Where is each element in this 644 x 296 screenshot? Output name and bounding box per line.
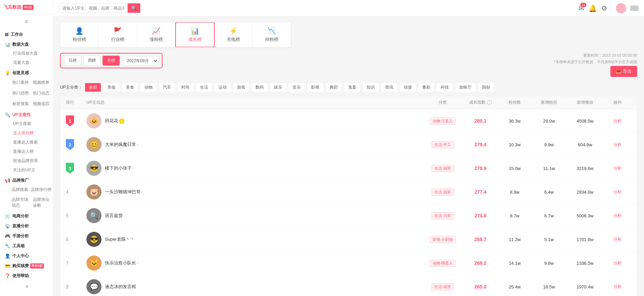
cat-btn-car[interactable]: 汽车 [159, 83, 175, 92]
rank-badge-1: 1 [66, 115, 74, 126]
filter-weekly[interactable]: 周榜 [83, 56, 100, 66]
up-name: 谣言鉴货 [105, 213, 123, 219]
search-button[interactable]: 🔍 [128, 3, 140, 13]
tab-industry[interactable]: 🚩 行业榜 [99, 22, 137, 47]
sidebar-item-hotdynamic[interactable]: 热门动态 [31, 89, 51, 98]
cat-btn-beauty[interactable]: 美妆 [104, 83, 119, 92]
sidebar-item-hotvideo[interactable]: 视频榜单 [31, 78, 51, 87]
cat-btn-anime[interactable]: 动漫 [400, 83, 416, 92]
cat-btn-games[interactable]: 游戏 [233, 83, 249, 92]
sidebar-item-creative-label: 创意灵感 [12, 70, 29, 76]
tab-charge[interactable]: ⚡ 充电榜 [214, 22, 253, 47]
sidebar-item-help[interactable]: ❓ 使用帮助 [0, 270, 53, 280]
sidebar-item-purchase[interactable]: 💳 购买续费 年付6折 [0, 260, 53, 270]
cat-btn-knowledge[interactable]: 知识 [363, 83, 379, 92]
tab-growth[interactable]: 📊 成长榜 [175, 22, 215, 47]
sidebar-item-brandmarket[interactable]: 品牌市场动态 [10, 195, 32, 210]
cat-btn-music[interactable]: 音乐 [289, 83, 305, 92]
tab-growth-fans[interactable]: 📈 涨粉榜 [137, 22, 176, 47]
sidebar-item-game[interactable]: 🎮 手游分析 [0, 230, 53, 240]
action-analyze[interactable]: 分析 [613, 166, 622, 171]
cat-btn-guochuang[interactable]: 国创 [478, 83, 494, 92]
up-meta: 大米的疯魔日常♂ [105, 141, 139, 148]
sidebar-item-traffic[interactable]: 流量大盘 [10, 58, 53, 67]
avatar[interactable] [616, 3, 626, 13]
cat-btn-fashion[interactable]: 时尚 [178, 83, 193, 92]
sidebar-item-industry-put[interactable]: 行业投放大盘 [10, 49, 53, 58]
sidebar-item-followup[interactable]: 关注的UP主 [10, 166, 53, 175]
date-select[interactable]: 2022年09月 [122, 56, 158, 66]
sidebar-item-brandsearch[interactable]: 品牌搜索 [10, 185, 29, 194]
action-analyze[interactable]: 分析 [613, 190, 622, 194]
col-rank: 3 [66, 163, 86, 174]
sidebar-item-hotmaterial[interactable]: 热门素材 [10, 78, 31, 87]
sidebar-item-brandopinion[interactable]: 品牌舆论诊断 [32, 195, 53, 210]
action-analyze[interactable]: 分析 [613, 118, 622, 123]
tab-drop[interactable]: 📉 掉粉榜 [253, 22, 291, 47]
settings-icon[interactable]: ⚙ [601, 4, 607, 12]
sidebar-item-brandmgmt[interactable]: 投放品牌管理 [10, 156, 53, 166]
search-input[interactable] [59, 4, 128, 13]
sidebar-item-livetalentsearch[interactable]: 直播达人搜索 [10, 138, 53, 147]
cat-btn-sports[interactable]: 运动 [215, 83, 230, 92]
filter-daily[interactable]: 日榜 [64, 56, 81, 66]
cat-btn-film[interactable]: 影视 [307, 83, 323, 92]
sidebar-item-hottrend[interactable]: 热门趋势 [10, 89, 31, 98]
up-name: 液态冰的发言框 [105, 284, 136, 290]
col-rank: 8 [66, 284, 86, 289]
main-content: 🔍 ✉ 14 🔔 ⚙ 👤 粉丝榜 🚩 行业榜 [53, 0, 644, 296]
growth-tab-icon: 📊 [191, 27, 199, 35]
sidebar-item-upfind[interactable]: 🔍 UP主查找 [0, 109, 53, 119]
export-button[interactable]: 📤 导出 [610, 66, 637, 77]
sidebar-item-upsearch[interactable]: UP主搜索 [10, 119, 53, 128]
rank-number: 7 [66, 260, 69, 266]
notification-icon[interactable]: 🔔 [588, 4, 597, 12]
cat-btn-fansub[interactable]: 番剧 [418, 83, 434, 92]
col-category: 影视·小剧场 [422, 236, 463, 243]
score-info-icon[interactable]: i [487, 100, 492, 105]
creative-sub: 热门素材 视频榜单 热门趋势 热门动态 标签搜索 视频追踪 [0, 77, 53, 109]
cat-btn-tech[interactable]: 科技 [437, 83, 453, 92]
mail-icon[interactable]: ✉ 14 [579, 4, 584, 12]
sidebar-item-brandrank[interactable]: 品牌排行榜 [29, 185, 53, 194]
sidebar-item-datadashboard[interactable]: 📊 数据大盘 [0, 39, 53, 49]
sidebar-item-creative[interactable]: 💡 创意灵感 [0, 67, 53, 77]
sidebar-item-live[interactable]: 📡 直播分析 [0, 220, 53, 230]
filter-monthly[interactable]: 月榜 [103, 56, 120, 66]
category-tag: 生活·搞笑 [431, 189, 454, 196]
col-category: 生活·搞笑 [422, 189, 463, 196]
tab-fans[interactable]: 👤 粉丝榜 [60, 22, 99, 47]
cat-btn-cinema[interactable]: 放映厅 [455, 83, 475, 92]
sidebar-item-tagsearch[interactable]: 标签搜索 [10, 100, 31, 108]
action-analyze[interactable]: 分析 [613, 237, 622, 242]
hamburger-icon[interactable]: ≡ [0, 15, 53, 29]
action-analyze[interactable]: 分析 [613, 213, 622, 218]
sidebar-item-livetalentrank[interactable]: 直播达人榜 [10, 147, 53, 156]
cat-btn-all[interactable]: 全部 [85, 83, 101, 92]
user-flag [630, 5, 639, 11]
cat-btn-food[interactable]: 美食 [122, 83, 138, 92]
tab-growth-fans-label: 涨粉榜 [150, 36, 163, 43]
col-new-fans: 9.9w [532, 142, 566, 147]
action-analyze[interactable]: 分析 [613, 261, 622, 265]
cat-btn-ghost[interactable]: 鬼畜 [344, 83, 360, 92]
cat-btn-news[interactable]: 资讯 [381, 83, 397, 92]
sidebar-item-profile[interactable]: 👤 个人中心 [0, 250, 53, 260]
sidebar-collapse-btn[interactable]: ◀ [0, 280, 53, 292]
sidebar-item-ecommerce[interactable]: 🛒 电商分析 [0, 210, 53, 220]
cat-btn-life[interactable]: 生活 [196, 83, 212, 92]
sidebar-item-tools[interactable]: 🔧 工具箱 [0, 240, 53, 250]
cat-btn-entertainment[interactable]: 娱乐 [270, 83, 286, 92]
action-analyze[interactable]: 分析 [613, 284, 622, 289]
cat-btn-animal[interactable]: 动物 [141, 83, 156, 92]
sidebar-item-uprank[interactable]: 达人排行榜 [10, 128, 53, 138]
sidebar-item-videotrack[interactable]: 视频追踪 [31, 100, 51, 108]
tab-growth-label: 成长榜 [188, 36, 202, 43]
action-analyze[interactable]: 分析 [613, 142, 622, 147]
sidebar-item-workbench[interactable]: ⊞ 工作台 [0, 29, 53, 39]
header-info: UP主信息 [86, 100, 422, 105]
col-category: 生活·日常 [422, 212, 463, 219]
cat-btn-dance[interactable]: 舞蹈 [326, 83, 342, 92]
sidebar-item-brand[interactable]: 📢 品牌推广 [0, 175, 53, 185]
cat-btn-digital[interactable]: 数码 [252, 83, 267, 92]
